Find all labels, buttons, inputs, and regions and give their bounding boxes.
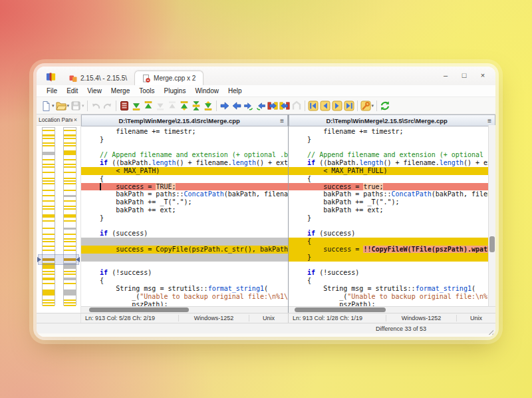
code-line[interactable]: { bbox=[289, 277, 489, 285]
copy-right-button[interactable] bbox=[219, 99, 231, 112]
close-button[interactable]: × bbox=[474, 69, 491, 82]
copy-all-left-button[interactable] bbox=[279, 99, 291, 112]
code-line[interactable]: if (success) bbox=[81, 230, 288, 238]
diff-line[interactable]: success = TRUE; bbox=[81, 183, 288, 191]
horizontal-scrollbar-right[interactable] bbox=[289, 306, 495, 313]
menu-item-view[interactable]: View bbox=[82, 87, 106, 95]
code-editor-right[interactable]: filename += timestr; } // Append filenam… bbox=[289, 126, 489, 306]
code-editor-left[interactable]: filename += timestr; } // Append filenam… bbox=[81, 126, 288, 306]
code-line[interactable]: bakPath += _T("."); bbox=[289, 198, 489, 206]
code-line[interactable] bbox=[81, 222, 288, 230]
code-line[interactable]: filename += timestr; bbox=[81, 128, 288, 136]
diff-mark bbox=[43, 178, 55, 179]
last-difference-button[interactable] bbox=[202, 99, 214, 112]
ghost-line[interactable] bbox=[81, 254, 288, 262]
menu-item-window[interactable]: Window bbox=[190, 87, 223, 95]
vertical-scrollbar-right[interactable] bbox=[488, 125, 495, 307]
next-difference-button[interactable] bbox=[130, 99, 142, 112]
scrollbar-thumb[interactable] bbox=[295, 307, 386, 312]
pane-menu-icon[interactable]: ≡ bbox=[277, 117, 287, 124]
minimize-button[interactable]: – bbox=[437, 69, 454, 82]
next-file-button[interactable] bbox=[331, 99, 343, 112]
code-line[interactable]: } bbox=[81, 136, 288, 144]
location-strip-left[interactable] bbox=[42, 127, 55, 305]
code-line[interactable]: // Append filename and extension (+ opti… bbox=[289, 151, 489, 159]
tab-folder-compare[interactable]: 2.15.4\ - 2.15.5\ bbox=[62, 71, 134, 85]
diff-line[interactable]: success = true; bbox=[289, 183, 489, 191]
diff-line[interactable]: success = CopyFile(pszPath.c_str(), bakP… bbox=[81, 246, 288, 254]
first-difference-button[interactable] bbox=[178, 99, 190, 112]
dropdown-arrow-icon[interactable]: ▾ bbox=[52, 103, 55, 108]
menu-item-plugins[interactable]: Plugins bbox=[160, 87, 191, 95]
first-file-button[interactable] bbox=[307, 99, 319, 112]
diff-line[interactable]: < MAX_PATH) bbox=[81, 167, 288, 175]
copy-all-right-button[interactable] bbox=[267, 99, 279, 112]
pane-header-left[interactable]: D:\Temp\WinMerge\2.15.4\Src\Merge.cpp ≡ bbox=[81, 114, 288, 126]
previous-file-button[interactable] bbox=[319, 99, 331, 112]
plugin-button[interactable]: ▾ bbox=[360, 99, 375, 112]
menu-item-file[interactable]: File bbox=[42, 87, 62, 95]
code-line[interactable] bbox=[81, 262, 288, 270]
code-line[interactable]: if (!success) bbox=[289, 269, 489, 277]
diff-line[interactable]: < MAX_PATH_FULL) bbox=[289, 167, 489, 175]
menu-item-merge[interactable]: Merge bbox=[106, 87, 134, 95]
code-line[interactable]: { bbox=[81, 175, 288, 183]
code-line[interactable]: bakPath += _T("."); bbox=[81, 198, 288, 206]
code-line[interactable]: if (!success) bbox=[81, 269, 288, 277]
code-line[interactable]: { bbox=[81, 277, 288, 285]
dropdown-arrow-icon[interactable]: ▾ bbox=[67, 103, 70, 108]
menu-item-edit[interactable]: Edit bbox=[62, 87, 82, 95]
code-line[interactable]: bakPath += ext; bbox=[81, 206, 288, 214]
location-strip-right[interactable] bbox=[63, 127, 76, 305]
code-line[interactable]: if (success) bbox=[289, 230, 489, 238]
location-pane-close-icon[interactable]: × bbox=[72, 116, 78, 123]
code-line[interactable]: { bbox=[289, 175, 489, 183]
options-button[interactable] bbox=[118, 99, 130, 112]
code-line[interactable]: pszPath); bbox=[81, 301, 288, 306]
code-line[interactable]: bakPath = paths::ConcatPath(bakPath, fil… bbox=[289, 190, 489, 198]
dropdown-arrow-icon[interactable]: ▾ bbox=[82, 103, 84, 108]
menu-item-help[interactable]: Help bbox=[223, 87, 247, 95]
refresh-button[interactable] bbox=[379, 99, 391, 112]
previous-difference-button[interactable] bbox=[142, 99, 154, 112]
code-line[interactable]: _("Unable to backup original file:\n%1\n bbox=[289, 293, 489, 301]
diff-line[interactable]: success = !!CopyFileW(TFile(pszPath).wpa… bbox=[289, 246, 489, 254]
menu-item-tools[interactable]: Tools bbox=[134, 87, 159, 95]
code-line[interactable] bbox=[289, 262, 489, 270]
maximize-button[interactable]: □ bbox=[456, 69, 473, 82]
tab-merge-cpp[interactable]: Merge.cpp x 2 bbox=[134, 71, 203, 85]
code-line[interactable]: if ((bakPath.length() + filename.length(… bbox=[289, 159, 489, 167]
scrollbar-thumb[interactable] bbox=[489, 236, 495, 253]
ghost-line[interactable] bbox=[81, 238, 288, 246]
code-line[interactable]: // Append filename and extension (+ opti… bbox=[81, 151, 288, 159]
pane-header-right[interactable]: D:\Temp\WinMerge\2.15.5\Src\Merge.cpp ≡ bbox=[289, 114, 495, 126]
horizontal-scrollbar-left[interactable] bbox=[81, 306, 288, 313]
diff-line[interactable]: } bbox=[289, 254, 489, 262]
diff-line[interactable]: { bbox=[289, 238, 489, 246]
code-line[interactable]: } bbox=[81, 214, 288, 222]
code-line[interactable] bbox=[81, 144, 288, 152]
code-line[interactable] bbox=[289, 222, 489, 230]
dropdown-arrow-icon[interactable]: ▾ bbox=[372, 103, 374, 108]
code-line[interactable]: pszPath); bbox=[289, 301, 489, 306]
code-line[interactable]: String msg = strutils::format_string1( bbox=[81, 285, 288, 293]
code-line[interactable]: filename += timestr; bbox=[289, 128, 489, 136]
code-line[interactable] bbox=[289, 144, 489, 152]
code-line[interactable]: if ((bakPath.length() + filename.length(… bbox=[81, 159, 288, 167]
code-line[interactable]: String msg = strutils::format_string1( bbox=[289, 285, 489, 293]
new-button[interactable]: ▾ bbox=[40, 99, 55, 112]
pane-menu-icon[interactable]: ≡ bbox=[484, 117, 495, 124]
last-file-button[interactable] bbox=[343, 99, 355, 112]
copy-left-advance-button[interactable] bbox=[255, 99, 267, 112]
current-difference-button[interactable] bbox=[190, 99, 202, 112]
location-viewport-indicator[interactable] bbox=[38, 254, 79, 265]
code-line[interactable]: bakPath = paths::ConcatPath(bakPath, fil… bbox=[81, 190, 288, 198]
code-line[interactable]: _("Unable to backup original file:\n%1\n bbox=[81, 293, 288, 301]
code-line[interactable]: } bbox=[289, 136, 489, 144]
scrollbar-thumb[interactable] bbox=[89, 307, 188, 312]
copy-right-advance-button[interactable] bbox=[243, 99, 255, 112]
code-line[interactable]: bakPath += ext; bbox=[289, 206, 489, 214]
copy-left-button[interactable] bbox=[231, 99, 243, 112]
code-line[interactable]: } bbox=[289, 214, 489, 222]
open-button[interactable]: ▾ bbox=[55, 99, 70, 112]
